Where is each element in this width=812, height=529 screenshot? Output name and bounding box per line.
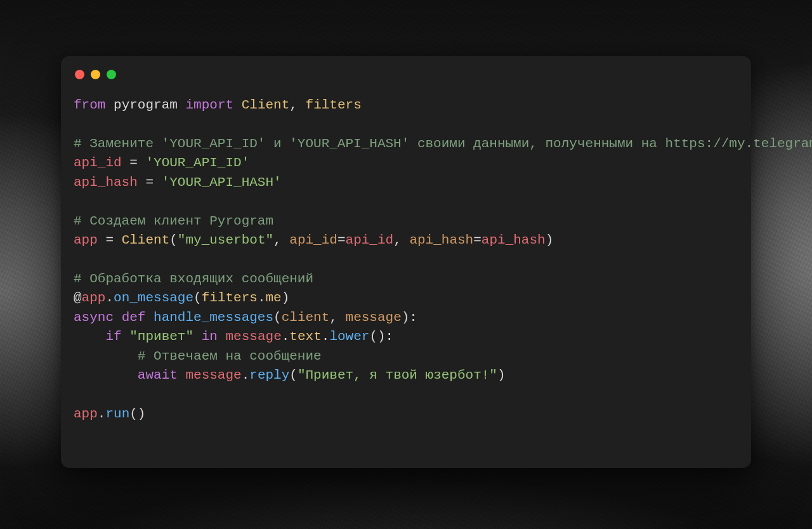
method-run: run (105, 407, 129, 421)
keyword-from: from (74, 98, 105, 112)
parens: () (129, 407, 145, 421)
var-message: message (226, 329, 282, 344)
paren-close: ) (546, 233, 554, 247)
keyword-def: def (122, 310, 146, 325)
close-icon[interactable] (75, 70, 84, 79)
filters-ref: filters (202, 291, 258, 305)
paren-open: ( (169, 233, 178, 247)
method-lower: lower (329, 329, 369, 344)
colon: : (386, 329, 394, 344)
comment-line: # Замените 'YOUR_API_ID' и 'YOUR_API_HAS… (74, 136, 812, 151)
decorator-fn: on_message (114, 291, 193, 305)
keyword-await: await (138, 368, 178, 382)
parens: () (369, 329, 385, 344)
var-ref: api_id (346, 233, 394, 247)
comma: , (289, 98, 305, 112)
param-message: message (346, 310, 402, 325)
attr-text: text (289, 329, 321, 344)
keyword-in: in (202, 329, 218, 344)
paren-open: ( (273, 310, 282, 325)
code-block: from pyrogram import Client, filters # З… (74, 96, 738, 424)
comment-line: # Отвечаем на сообщение (138, 349, 322, 363)
dot: . (105, 291, 114, 305)
comma: , (329, 310, 345, 325)
space (178, 368, 186, 382)
class-client: Client (122, 233, 170, 247)
paren-close: ) (497, 368, 506, 382)
kwarg-api-id: api_id (289, 233, 337, 247)
attr-me: me (266, 291, 282, 305)
zoom-icon[interactable] (107, 70, 116, 79)
comment-line: # Создаем клиент Pyrogram (74, 214, 273, 228)
equals: = (122, 155, 146, 170)
class-filters: filters (306, 98, 362, 112)
decorator-app: app (82, 291, 106, 305)
colon: : (409, 310, 417, 325)
equals: = (98, 233, 122, 247)
space (122, 329, 130, 344)
string-literal: 'YOUR_API_HASH' (162, 175, 282, 190)
indent (74, 329, 105, 344)
minimize-icon[interactable] (91, 70, 100, 79)
indent (74, 349, 138, 363)
dot: . (242, 368, 250, 382)
var-app: app (74, 407, 98, 421)
var-message: message (185, 368, 241, 382)
string-literal: "привет" (129, 329, 193, 344)
param-client: client (282, 310, 330, 325)
comment-line: # Обработка входящих сообщений (74, 271, 313, 286)
kwarg-api-hash: api_hash (409, 233, 473, 247)
equals: = (138, 175, 162, 190)
comma: , (393, 233, 409, 247)
var-api-id: api_id (74, 155, 122, 170)
comma: , (273, 233, 289, 247)
dot: . (258, 291, 266, 305)
keyword-if: if (105, 329, 121, 344)
dot: . (98, 407, 106, 421)
var-app: app (74, 233, 98, 247)
var-ref: api_hash (481, 233, 546, 247)
paren-open: ( (193, 291, 202, 305)
method-reply: reply (249, 368, 289, 382)
equals: = (337, 233, 346, 247)
keyword-async: async (74, 310, 114, 325)
string-literal: "Привет, я твой юзербот!" (298, 368, 497, 382)
keyword-import: import (185, 98, 233, 112)
paren-close: ) (282, 291, 290, 305)
string-literal: 'YOUR_API_ID' (145, 155, 249, 170)
paren-open: ( (289, 368, 298, 382)
space (218, 329, 226, 344)
paren-close: ) (402, 310, 410, 325)
at-sign: @ (74, 291, 82, 305)
dot: . (282, 329, 290, 344)
window-controls (74, 69, 738, 79)
equals: = (473, 233, 481, 247)
dot: . (322, 329, 330, 344)
indent (74, 368, 138, 382)
module-name: pyrogram (114, 98, 178, 112)
code-editor-window: from pyrogram import Client, filters # З… (61, 56, 751, 468)
var-api-hash: api_hash (74, 175, 138, 190)
space (193, 329, 202, 344)
function-name: handle_messages (154, 310, 273, 325)
string-literal: "my_userbot" (178, 233, 273, 247)
class-client: Client (242, 98, 290, 112)
